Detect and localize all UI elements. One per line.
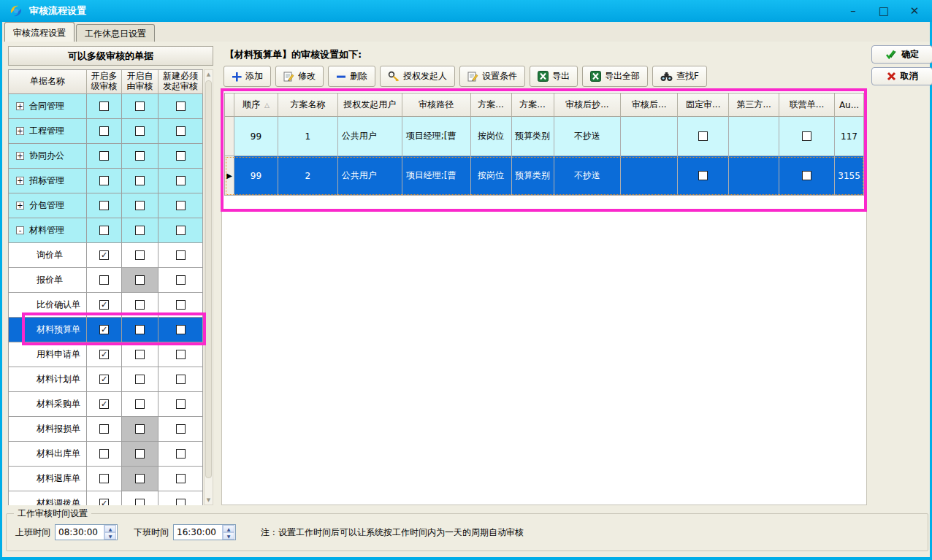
unchecked-checkbox[interactable] <box>135 350 145 359</box>
grid-column-header[interactable]: 审核路径 <box>402 93 471 117</box>
unchecked-checkbox[interactable] <box>99 424 109 434</box>
checkbox-cell[interactable] <box>87 342 122 367</box>
grid-cell[interactable]: 1 <box>278 117 338 156</box>
unchecked-checkbox[interactable] <box>99 474 109 483</box>
checkbox-cell[interactable] <box>122 467 158 491</box>
document-name-cell[interactable]: 材料计划单 <box>9 367 87 392</box>
document-name-cell[interactable]: +协同办公 <box>9 144 87 169</box>
grid-cell[interactable]: 预算类别 <box>512 156 554 196</box>
toolbar-button-4[interactable]: 授权发起人 <box>380 66 455 87</box>
checkbox-cell[interactable] <box>87 318 122 342</box>
grid-column-header[interactable]: 审核后抄... <box>554 93 622 117</box>
document-row[interactable]: 材料调拨单 <box>9 491 203 505</box>
checkbox-cell[interactable] <box>87 467 122 491</box>
tab-work-restday-settings[interactable]: 工作休息日设置 <box>76 24 155 42</box>
scrollbar-thumb[interactable] <box>205 80 212 478</box>
document-row[interactable]: 材料报损单 <box>9 417 203 442</box>
grid-cell[interactable] <box>678 156 729 196</box>
unchecked-checkbox[interactable] <box>99 101 109 111</box>
unchecked-checkbox[interactable] <box>99 449 109 459</box>
grid-cell[interactable]: 99 <box>234 117 278 156</box>
unchecked-checkbox[interactable] <box>135 126 145 136</box>
checkbox-cell[interactable] <box>122 243 158 268</box>
tab-audit-flow-settings[interactable]: 审核流程设置 <box>4 22 75 42</box>
unchecked-checkbox[interactable] <box>99 176 109 185</box>
document-row[interactable]: 材料计划单 <box>9 367 203 392</box>
unchecked-checkbox[interactable] <box>135 176 145 185</box>
unchecked-checkbox[interactable] <box>176 151 186 161</box>
grid-cell[interactable]: 预算类别 <box>512 117 554 156</box>
audit-plan-row[interactable]: 991公共用户项目经理;[曹按岗位预算类别不抄送117 <box>225 117 864 156</box>
unchecked-checkbox[interactable] <box>135 300 145 310</box>
checkbox-cell[interactable] <box>87 243 122 268</box>
checkbox-cell[interactable] <box>122 119 158 144</box>
checkbox-cell[interactable] <box>87 442 122 467</box>
unchecked-checkbox[interactable] <box>176 201 186 210</box>
document-name-cell[interactable]: 材料出库单 <box>9 442 87 467</box>
checkbox-cell[interactable] <box>158 442 203 467</box>
unchecked-checkbox[interactable] <box>802 131 811 141</box>
end-time-up-icon[interactable]: ▲ <box>223 525 234 532</box>
document-name-cell[interactable]: 比价确认单 <box>9 293 87 318</box>
checkbox-cell[interactable] <box>122 318 158 342</box>
document-name-cell[interactable]: +工程管理 <box>9 119 87 144</box>
grid-column-header[interactable]: 固定审... <box>678 93 729 117</box>
grid-cell[interactable]: 按岗位 <box>471 156 512 196</box>
start-time-down-icon[interactable]: ▼ <box>104 532 116 540</box>
checkbox-cell[interactable] <box>122 442 158 467</box>
checked-checkbox[interactable] <box>99 250 109 260</box>
unchecked-checkbox[interactable] <box>135 325 145 334</box>
checkbox-cell[interactable] <box>122 491 158 505</box>
document-name-cell[interactable]: 材料报损单 <box>9 417 87 442</box>
checkbox-cell[interactable] <box>122 392 158 417</box>
document-row[interactable]: +工程管理 <box>9 119 203 144</box>
document-row[interactable]: 比价确认单 <box>9 293 203 318</box>
unchecked-checkbox[interactable] <box>135 201 145 210</box>
unchecked-checkbox[interactable] <box>135 399 145 409</box>
unchecked-checkbox[interactable] <box>176 474 186 483</box>
checkbox-cell[interactable] <box>158 392 203 417</box>
unchecked-checkbox[interactable] <box>135 474 145 483</box>
checkbox-cell[interactable] <box>87 417 122 442</box>
document-row[interactable]: +分包管理 <box>9 193 203 218</box>
document-name-cell[interactable]: -材料管理 <box>9 218 87 243</box>
checkbox-cell[interactable] <box>87 268 122 293</box>
unchecked-checkbox[interactable] <box>176 449 186 459</box>
checkbox-cell[interactable] <box>87 392 122 417</box>
checkbox-cell[interactable] <box>87 144 122 169</box>
unchecked-checkbox[interactable] <box>135 424 145 434</box>
checkbox-cell[interactable] <box>158 218 203 243</box>
grid-column-header[interactable]: 顺序△ <box>234 93 278 117</box>
checkbox-cell[interactable] <box>158 367 203 392</box>
unchecked-checkbox[interactable] <box>176 424 186 434</box>
document-row[interactable]: 材料出库单 <box>9 442 203 467</box>
checkbox-cell[interactable] <box>158 467 203 491</box>
grid-cell[interactable] <box>678 117 729 156</box>
document-row[interactable]: +协同办公 <box>9 144 203 169</box>
column-free-audit[interactable]: 开启自 由审核 <box>122 70 158 94</box>
end-time-input[interactable] <box>174 525 222 540</box>
checkbox-cell[interactable] <box>122 367 158 392</box>
column-doc-name[interactable]: 单据名称 <box>9 70 87 94</box>
checkbox-cell[interactable] <box>122 342 158 367</box>
document-name-cell[interactable]: 询价单 <box>9 243 87 268</box>
document-row[interactable]: +合同管理 <box>9 94 203 119</box>
checkbox-cell[interactable] <box>158 318 203 342</box>
document-name-cell[interactable]: 报价单 <box>9 268 87 293</box>
unchecked-checkbox[interactable] <box>802 171 811 180</box>
document-row[interactable]: -材料管理 <box>9 218 203 243</box>
checkbox-cell[interactable] <box>122 94 158 119</box>
checkbox-cell[interactable] <box>158 119 203 144</box>
ok-button[interactable]: 确定 <box>871 45 932 64</box>
unchecked-checkbox[interactable] <box>176 325 186 334</box>
close-icon[interactable]: ✕ <box>904 2 925 20</box>
start-time-up-icon[interactable]: ▲ <box>104 525 116 532</box>
end-time-down-icon[interactable]: ▼ <box>223 532 234 540</box>
grid-cell[interactable]: 3155 <box>835 156 864 196</box>
maximize-icon[interactable]: □ <box>874 2 894 20</box>
cancel-button[interactable]: 取消 <box>871 67 932 85</box>
unchecked-checkbox[interactable] <box>135 375 145 384</box>
grid-cell[interactable] <box>621 117 678 156</box>
document-name-cell[interactable]: 材料调拨单 <box>9 491 87 505</box>
unchecked-checkbox[interactable] <box>135 275 145 285</box>
